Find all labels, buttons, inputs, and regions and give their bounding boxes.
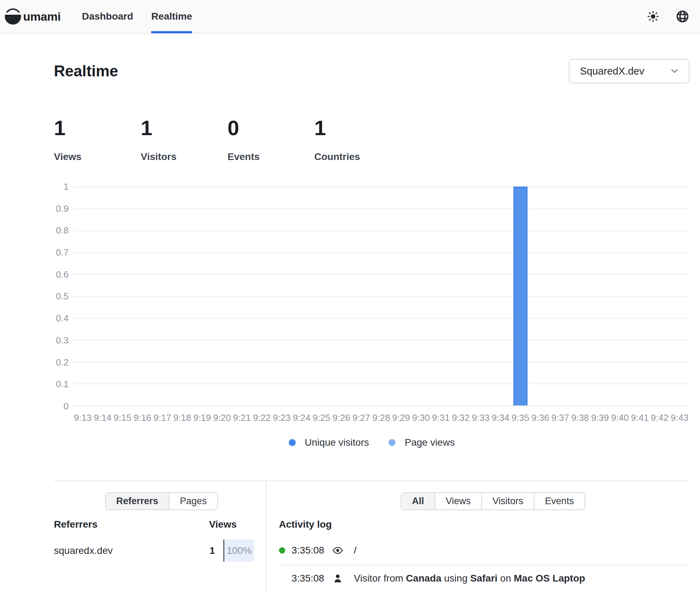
legend-label-page-views: Page views bbox=[405, 437, 455, 448]
activity-time: 3:35:08 bbox=[292, 545, 327, 556]
stat-views-value: 1 bbox=[54, 118, 141, 139]
message-text: Visitor from bbox=[354, 573, 406, 584]
stat-visitors: 1 Visitors bbox=[141, 118, 227, 162]
x-axis-tick-label: 9:28 bbox=[371, 412, 391, 423]
nav-link-realtime[interactable]: Realtime bbox=[151, 0, 192, 33]
header-actions bbox=[646, 9, 690, 23]
activity-page-link[interactable]: / bbox=[349, 545, 357, 556]
stat-countries: 1 Countries bbox=[314, 118, 401, 162]
activity-filter-tabs: All Views Visitors Events bbox=[401, 492, 585, 510]
tab-referrers[interactable]: Referrers bbox=[106, 493, 169, 509]
person-icon bbox=[327, 573, 349, 584]
nav-link-dashboard[interactable]: Dashboard bbox=[82, 0, 133, 33]
x-axis-tick-label: 9:15 bbox=[113, 412, 133, 423]
stat-events: 0 Events bbox=[227, 118, 314, 162]
x-axis-tick-label: 9:19 bbox=[192, 412, 212, 423]
filter-visitors[interactable]: Visitors bbox=[482, 493, 534, 509]
column-divider bbox=[266, 480, 266, 591]
x-axis-tick-label: 9:39 bbox=[590, 412, 610, 423]
x-axis-tick-label: 9:22 bbox=[252, 412, 272, 423]
message-browser: Safari bbox=[470, 573, 498, 584]
language-button[interactable] bbox=[676, 9, 690, 23]
brand-name: umami bbox=[23, 10, 61, 23]
x-axis-tick-label: 9:26 bbox=[331, 412, 351, 423]
message-country: Canada bbox=[406, 573, 441, 584]
title-row: Realtime SquaredX.dev bbox=[54, 56, 690, 86]
x-axis-tick-label: 9:17 bbox=[152, 412, 172, 423]
legend-dot-unique-visitors-icon bbox=[289, 439, 296, 446]
chart-plot bbox=[73, 187, 690, 406]
stat-countries-value: 1 bbox=[314, 118, 401, 139]
referrers-pages-tabs: Referrers Pages bbox=[105, 492, 218, 510]
x-axis-tick-label: 9:18 bbox=[172, 412, 192, 423]
x-axis-tick-label: 9:24 bbox=[292, 412, 312, 423]
y-axis-tick-label: 0.9 bbox=[56, 204, 69, 213]
referrer-table-row: squaredx.dev 1 100% bbox=[54, 540, 254, 562]
realtime-stats: 1 Views 1 Visitors 0 Events 1 Countries bbox=[54, 118, 401, 162]
message-device: Mac OS Laptop bbox=[514, 573, 585, 584]
y-axis-tick-label: 0.7 bbox=[56, 248, 69, 257]
main-nav: Dashboard Realtime bbox=[82, 0, 192, 33]
x-axis-tick-label: 9:25 bbox=[312, 412, 331, 423]
stat-countries-label: Countries bbox=[314, 151, 401, 162]
stat-visitors-label: Visitors bbox=[141, 151, 227, 162]
referrers-table-header: Referrers Views bbox=[54, 519, 254, 530]
legend-dot-page-views-icon bbox=[388, 439, 396, 446]
message-text: on bbox=[497, 573, 514, 584]
stat-events-label: Events bbox=[227, 151, 314, 162]
filter-all[interactable]: All bbox=[401, 493, 435, 509]
x-axis-tick-label: 9:23 bbox=[272, 412, 292, 423]
x-axis-tick-label: 9:14 bbox=[93, 412, 113, 423]
section-divider bbox=[54, 480, 690, 481]
x-axis-tick-label: 9:29 bbox=[391, 412, 411, 423]
referrer-views-value: 1 bbox=[209, 545, 215, 556]
website-select-value: SquaredX.dev bbox=[580, 65, 644, 77]
filter-views[interactable]: Views bbox=[435, 493, 482, 509]
umami-bowl-icon bbox=[5, 8, 21, 25]
x-axis-tick-label: 9:30 bbox=[411, 412, 431, 423]
stat-views: 1 Views bbox=[54, 118, 141, 162]
x-axis-tick-label: 9:13 bbox=[73, 412, 93, 423]
top-navbar: umami Dashboard Realtime bbox=[0, 0, 700, 34]
x-axis-tick-label: 9:43 bbox=[670, 412, 690, 423]
referrers-column-header: Referrers bbox=[54, 519, 98, 530]
live-indicator-icon bbox=[279, 547, 285, 554]
page-title: Realtime bbox=[54, 62, 118, 80]
referrer-name-link[interactable]: squaredx.dev bbox=[54, 545, 209, 556]
x-axis-tick-label: 9:20 bbox=[212, 412, 232, 423]
referrer-percent-badge: 100% bbox=[223, 540, 254, 562]
tab-pages[interactable]: Pages bbox=[169, 493, 217, 509]
activity-entry: 3:35:08 Visitor from Canada using Safari… bbox=[279, 565, 690, 591]
chart-bar bbox=[513, 187, 527, 405]
chart-legend: Unique visitors Page views bbox=[54, 437, 690, 448]
theme-toggle-button[interactable] bbox=[646, 9, 660, 23]
x-axis-tick-label: 9:35 bbox=[511, 412, 531, 423]
activity-message: Visitor from Canada using Safari on Mac … bbox=[349, 573, 585, 584]
x-axis-tick-label: 9:32 bbox=[451, 412, 471, 423]
globe-icon bbox=[676, 9, 690, 23]
chart-y-axis: 10.90.80.70.60.50.40.30.20.10 bbox=[24, 182, 69, 411]
y-axis-tick-label: 0.4 bbox=[56, 314, 69, 323]
legend-item-unique-visitors[interactable]: Unique visitors bbox=[289, 437, 369, 448]
y-axis-tick-label: 0.2 bbox=[56, 358, 69, 367]
y-axis-tick-label: 0.3 bbox=[56, 336, 69, 345]
activity-entry: 3:35:08 / bbox=[279, 536, 690, 565]
website-select[interactable]: SquaredX.dev bbox=[569, 59, 690, 83]
stat-views-label: Views bbox=[54, 151, 141, 162]
live-indicator-column bbox=[279, 547, 292, 554]
chevron-down-icon bbox=[669, 66, 680, 76]
filter-events[interactable]: Events bbox=[534, 493, 584, 509]
activity-time: 3:35:08 bbox=[292, 573, 327, 584]
x-axis-tick-label: 9:16 bbox=[133, 412, 153, 423]
x-axis-tick-label: 9:41 bbox=[630, 412, 650, 423]
views-column-header: Views bbox=[209, 519, 237, 530]
x-axis-tick-label: 9:34 bbox=[491, 412, 511, 423]
brand-home-link[interactable]: umami bbox=[5, 8, 61, 25]
legend-item-page-views[interactable]: Page views bbox=[388, 437, 455, 448]
legend-label-unique-visitors: Unique visitors bbox=[305, 437, 369, 448]
stat-events-value: 0 bbox=[227, 118, 314, 139]
x-axis-tick-label: 9:36 bbox=[530, 412, 550, 423]
eye-icon bbox=[327, 545, 349, 556]
y-axis-tick-label: 0.8 bbox=[56, 226, 69, 235]
y-axis-tick-label: 0.1 bbox=[56, 380, 69, 389]
